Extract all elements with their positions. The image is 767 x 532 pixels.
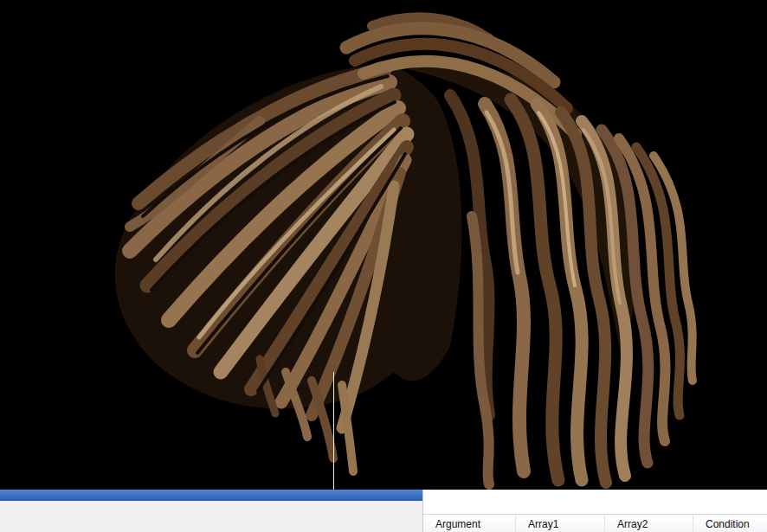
condition-table-panel: Argument Array1 Array2 Condition — [422, 490, 767, 532]
column-header-argument[interactable]: Argument — [423, 515, 516, 532]
bottom-left-panel — [0, 490, 422, 532]
table-panel-spacer — [423, 490, 767, 514]
column-header-array1[interactable]: Array1 — [516, 515, 605, 532]
table-header-row: Argument Array1 Array2 Condition — [423, 514, 767, 532]
bottom-strip: Argument Array1 Array2 Condition — [0, 490, 767, 532]
vertical-guide-line — [333, 372, 334, 490]
selection-highlight-bar[interactable] — [0, 490, 422, 501]
render-viewport[interactable] — [0, 0, 767, 490]
hair-model-image — [0, 0, 767, 490]
column-header-condition[interactable]: Condition — [693, 515, 767, 532]
column-header-array2[interactable]: Array2 — [605, 515, 693, 532]
